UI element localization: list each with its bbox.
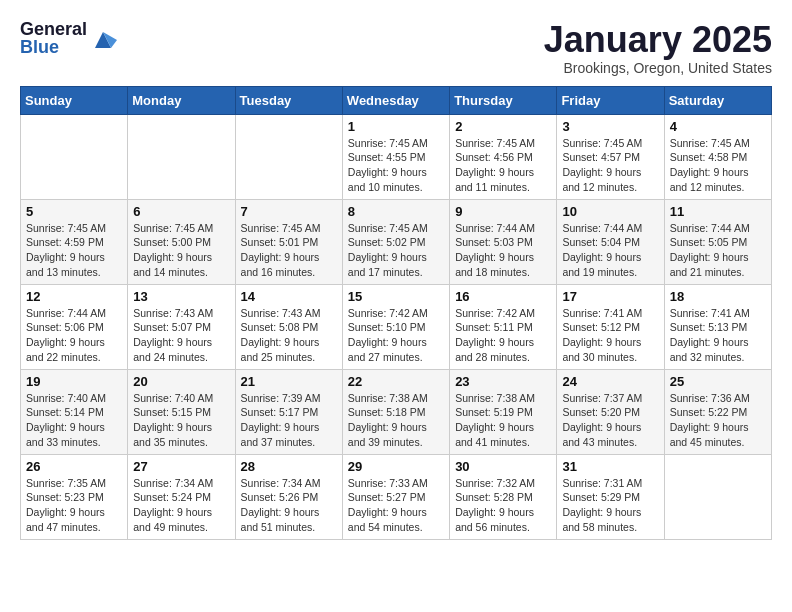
day-number: 31 (562, 459, 658, 474)
calendar-cell: 1Sunrise: 7:45 AM Sunset: 4:55 PM Daylig… (342, 114, 449, 199)
calendar-cell: 15Sunrise: 7:42 AM Sunset: 5:10 PM Dayli… (342, 284, 449, 369)
col-friday: Friday (557, 86, 664, 114)
calendar-cell (664, 454, 771, 539)
day-info: Sunrise: 7:45 AM Sunset: 5:00 PM Dayligh… (133, 221, 229, 280)
day-info: Sunrise: 7:35 AM Sunset: 5:23 PM Dayligh… (26, 476, 122, 535)
calendar-cell: 18Sunrise: 7:41 AM Sunset: 5:13 PM Dayli… (664, 284, 771, 369)
calendar-cell: 14Sunrise: 7:43 AM Sunset: 5:08 PM Dayli… (235, 284, 342, 369)
day-info: Sunrise: 7:44 AM Sunset: 5:05 PM Dayligh… (670, 221, 766, 280)
header: General Blue January 2025 Brookings, Ore… (20, 20, 772, 76)
calendar-cell: 23Sunrise: 7:38 AM Sunset: 5:19 PM Dayli… (450, 369, 557, 454)
day-info: Sunrise: 7:41 AM Sunset: 5:13 PM Dayligh… (670, 306, 766, 365)
day-number: 17 (562, 289, 658, 304)
calendar-cell: 4Sunrise: 7:45 AM Sunset: 4:58 PM Daylig… (664, 114, 771, 199)
day-number: 11 (670, 204, 766, 219)
day-number: 6 (133, 204, 229, 219)
day-info: Sunrise: 7:45 AM Sunset: 5:01 PM Dayligh… (241, 221, 337, 280)
calendar-week-3: 12Sunrise: 7:44 AM Sunset: 5:06 PM Dayli… (21, 284, 772, 369)
calendar-cell: 13Sunrise: 7:43 AM Sunset: 5:07 PM Dayli… (128, 284, 235, 369)
location: Brookings, Oregon, United States (544, 60, 772, 76)
day-info: Sunrise: 7:36 AM Sunset: 5:22 PM Dayligh… (670, 391, 766, 450)
col-tuesday: Tuesday (235, 86, 342, 114)
day-number: 13 (133, 289, 229, 304)
calendar-header-row: Sunday Monday Tuesday Wednesday Thursday… (21, 86, 772, 114)
calendar-cell: 17Sunrise: 7:41 AM Sunset: 5:12 PM Dayli… (557, 284, 664, 369)
day-info: Sunrise: 7:43 AM Sunset: 5:07 PM Dayligh… (133, 306, 229, 365)
day-number: 26 (26, 459, 122, 474)
calendar-week-1: 1Sunrise: 7:45 AM Sunset: 4:55 PM Daylig… (21, 114, 772, 199)
day-info: Sunrise: 7:45 AM Sunset: 4:55 PM Dayligh… (348, 136, 444, 195)
page: General Blue January 2025 Brookings, Ore… (0, 0, 792, 550)
day-number: 21 (241, 374, 337, 389)
day-info: Sunrise: 7:45 AM Sunset: 4:57 PM Dayligh… (562, 136, 658, 195)
day-info: Sunrise: 7:42 AM Sunset: 5:11 PM Dayligh… (455, 306, 551, 365)
day-info: Sunrise: 7:39 AM Sunset: 5:17 PM Dayligh… (241, 391, 337, 450)
calendar-cell: 5Sunrise: 7:45 AM Sunset: 4:59 PM Daylig… (21, 199, 128, 284)
calendar-cell: 12Sunrise: 7:44 AM Sunset: 5:06 PM Dayli… (21, 284, 128, 369)
logo: General Blue (20, 20, 117, 56)
day-info: Sunrise: 7:33 AM Sunset: 5:27 PM Dayligh… (348, 476, 444, 535)
logo-icon (89, 26, 117, 54)
day-info: Sunrise: 7:38 AM Sunset: 5:18 PM Dayligh… (348, 391, 444, 450)
day-number: 23 (455, 374, 551, 389)
calendar-cell: 11Sunrise: 7:44 AM Sunset: 5:05 PM Dayli… (664, 199, 771, 284)
calendar-cell: 25Sunrise: 7:36 AM Sunset: 5:22 PM Dayli… (664, 369, 771, 454)
day-number: 9 (455, 204, 551, 219)
day-info: Sunrise: 7:45 AM Sunset: 5:02 PM Dayligh… (348, 221, 444, 280)
day-number: 27 (133, 459, 229, 474)
day-number: 3 (562, 119, 658, 134)
logo-text: General Blue (20, 20, 87, 56)
day-number: 15 (348, 289, 444, 304)
day-number: 2 (455, 119, 551, 134)
day-number: 25 (670, 374, 766, 389)
calendar-cell (235, 114, 342, 199)
calendar-cell: 29Sunrise: 7:33 AM Sunset: 5:27 PM Dayli… (342, 454, 449, 539)
month-title: January 2025 (544, 20, 772, 60)
day-number: 12 (26, 289, 122, 304)
day-number: 16 (455, 289, 551, 304)
title-block: January 2025 Brookings, Oregon, United S… (544, 20, 772, 76)
calendar-cell: 16Sunrise: 7:42 AM Sunset: 5:11 PM Dayli… (450, 284, 557, 369)
calendar-cell: 31Sunrise: 7:31 AM Sunset: 5:29 PM Dayli… (557, 454, 664, 539)
day-number: 29 (348, 459, 444, 474)
day-number: 1 (348, 119, 444, 134)
day-number: 4 (670, 119, 766, 134)
calendar-cell (128, 114, 235, 199)
day-info: Sunrise: 7:41 AM Sunset: 5:12 PM Dayligh… (562, 306, 658, 365)
day-info: Sunrise: 7:42 AM Sunset: 5:10 PM Dayligh… (348, 306, 444, 365)
calendar-cell: 20Sunrise: 7:40 AM Sunset: 5:15 PM Dayli… (128, 369, 235, 454)
day-number: 28 (241, 459, 337, 474)
day-info: Sunrise: 7:34 AM Sunset: 5:26 PM Dayligh… (241, 476, 337, 535)
calendar-cell: 7Sunrise: 7:45 AM Sunset: 5:01 PM Daylig… (235, 199, 342, 284)
day-number: 19 (26, 374, 122, 389)
calendar-table: Sunday Monday Tuesday Wednesday Thursday… (20, 86, 772, 540)
day-number: 7 (241, 204, 337, 219)
calendar-cell: 24Sunrise: 7:37 AM Sunset: 5:20 PM Dayli… (557, 369, 664, 454)
day-info: Sunrise: 7:32 AM Sunset: 5:28 PM Dayligh… (455, 476, 551, 535)
col-sunday: Sunday (21, 86, 128, 114)
day-info: Sunrise: 7:38 AM Sunset: 5:19 PM Dayligh… (455, 391, 551, 450)
col-monday: Monday (128, 86, 235, 114)
calendar-cell: 21Sunrise: 7:39 AM Sunset: 5:17 PM Dayli… (235, 369, 342, 454)
day-info: Sunrise: 7:43 AM Sunset: 5:08 PM Dayligh… (241, 306, 337, 365)
day-number: 22 (348, 374, 444, 389)
calendar-cell: 19Sunrise: 7:40 AM Sunset: 5:14 PM Dayli… (21, 369, 128, 454)
calendar-week-4: 19Sunrise: 7:40 AM Sunset: 5:14 PM Dayli… (21, 369, 772, 454)
logo-general: General (20, 20, 87, 38)
calendar-cell: 2Sunrise: 7:45 AM Sunset: 4:56 PM Daylig… (450, 114, 557, 199)
day-info: Sunrise: 7:40 AM Sunset: 5:14 PM Dayligh… (26, 391, 122, 450)
day-number: 10 (562, 204, 658, 219)
day-info: Sunrise: 7:45 AM Sunset: 4:58 PM Dayligh… (670, 136, 766, 195)
day-info: Sunrise: 7:31 AM Sunset: 5:29 PM Dayligh… (562, 476, 658, 535)
calendar-cell: 30Sunrise: 7:32 AM Sunset: 5:28 PM Dayli… (450, 454, 557, 539)
day-number: 24 (562, 374, 658, 389)
calendar-cell (21, 114, 128, 199)
calendar-week-5: 26Sunrise: 7:35 AM Sunset: 5:23 PM Dayli… (21, 454, 772, 539)
day-number: 5 (26, 204, 122, 219)
calendar-cell: 3Sunrise: 7:45 AM Sunset: 4:57 PM Daylig… (557, 114, 664, 199)
col-wednesday: Wednesday (342, 86, 449, 114)
calendar-week-2: 5Sunrise: 7:45 AM Sunset: 4:59 PM Daylig… (21, 199, 772, 284)
day-number: 20 (133, 374, 229, 389)
day-info: Sunrise: 7:34 AM Sunset: 5:24 PM Dayligh… (133, 476, 229, 535)
day-number: 18 (670, 289, 766, 304)
